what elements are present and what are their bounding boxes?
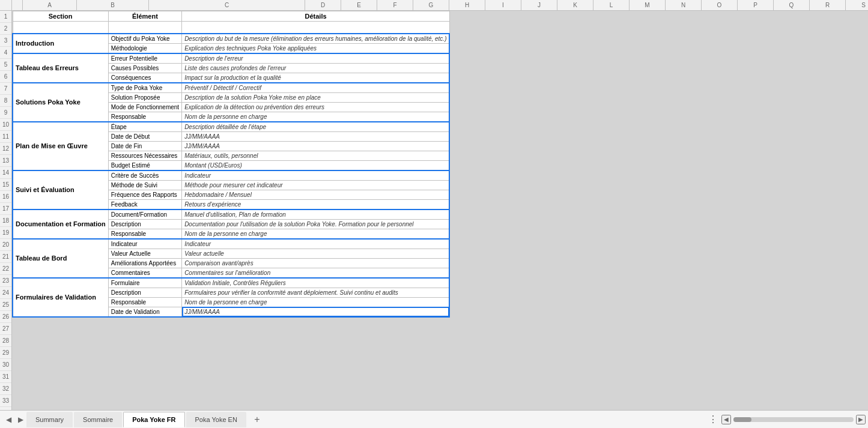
section-cell-1[interactable]: Tableau des Erreurs bbox=[13, 53, 108, 83]
detail-cell[interactable]: Description détaillée de l'étape bbox=[182, 122, 450, 132]
detail-cell[interactable]: Montant (USD/Euros) bbox=[182, 160, 450, 170]
detail-cell[interactable]: JJ/MM/AAAA bbox=[182, 131, 450, 141]
detail-cell[interactable]: Explication de la détection ou préventio… bbox=[182, 102, 450, 112]
tab-poka-yoke-en[interactable]: Poka Yoke EN bbox=[186, 412, 246, 427]
section-cell-3[interactable]: Plan de Mise en Œuvre bbox=[13, 122, 108, 170]
detail-cell[interactable]: Hebdomadaire / Mensuel bbox=[182, 190, 450, 199]
tab-nav-next[interactable]: ▶ bbox=[14, 414, 26, 426]
sheet-options-button[interactable]: ⋮ bbox=[705, 412, 721, 427]
col-header-O: O bbox=[702, 0, 738, 10]
row-number-29: 29 bbox=[0, 347, 11, 359]
element-cell[interactable]: Étape bbox=[108, 122, 181, 132]
detail-cell[interactable]: Préventif / Détectif / Correctif bbox=[182, 83, 450, 93]
section-cell-5[interactable]: Documentation et Formation bbox=[13, 209, 108, 239]
tabs-bar: ◀ ▶ SummarySommairePoka Yoke FRPoka Yoke… bbox=[0, 410, 868, 428]
detail-cell[interactable]: Description de l'erreur bbox=[182, 53, 450, 64]
element-cell[interactable]: Valeur Actuelle bbox=[108, 249, 181, 258]
section-cell-0[interactable]: Introduction bbox=[13, 34, 108, 53]
element-cell[interactable]: Causes Possibles bbox=[108, 63, 181, 73]
detail-cell[interactable]: Liste des causes profondes de l'erreur bbox=[182, 63, 450, 73]
tab-sommaire[interactable]: Sommaire bbox=[74, 412, 122, 427]
element-cell[interactable]: Responsable bbox=[108, 112, 181, 122]
detail-cell[interactable]: JJ/MM/AAAA bbox=[182, 141, 450, 151]
detail-cell[interactable]: Description du but de la mesure (élimina… bbox=[182, 34, 450, 44]
detail-cell[interactable]: Méthode pour mesurer cet indicateur bbox=[182, 180, 450, 190]
element-cell[interactable]: Description bbox=[108, 219, 181, 229]
element-cell[interactable]: Critère de Succès bbox=[108, 170, 181, 181]
detail-cell[interactable]: Nom de la personne en charge bbox=[182, 112, 450, 122]
detail-cell[interactable]: Commentaires sur l'amélioration bbox=[182, 268, 450, 278]
header-cell-col_a: Section bbox=[13, 11, 108, 22]
col-header-H: H bbox=[449, 0, 485, 10]
section-cell-2[interactable]: Solutions Poka Yoke bbox=[13, 83, 108, 122]
col-header-K: K bbox=[557, 0, 593, 10]
element-cell[interactable]: Responsable bbox=[108, 229, 181, 239]
row-number-31: 31 bbox=[0, 371, 11, 383]
element-cell[interactable]: Objectif du Poka Yoke bbox=[108, 34, 181, 44]
detail-cell[interactable]: Matériaux, outils, personnel bbox=[182, 151, 450, 160]
table-row: Documentation et FormationDocument/Forma… bbox=[13, 209, 449, 220]
col-header-F: F bbox=[377, 0, 413, 10]
element-cell[interactable]: Commentaires bbox=[108, 268, 181, 278]
detail-cell[interactable]: Indicateur bbox=[182, 170, 450, 181]
element-cell[interactable]: Date de Validation bbox=[108, 307, 181, 317]
element-cell[interactable]: Conséquences bbox=[108, 73, 181, 83]
element-cell[interactable]: Ressources Nécessaires bbox=[108, 151, 181, 160]
element-cell[interactable]: Feedback bbox=[108, 199, 181, 209]
detail-cell[interactable]: Explication des techniques Poka Yoke app… bbox=[182, 43, 450, 53]
element-cell[interactable]: Type de Poka Yoke bbox=[108, 83, 181, 93]
element-cell[interactable]: Fréquence des Rapports bbox=[108, 190, 181, 199]
element-cell[interactable]: Formulaire bbox=[108, 278, 181, 288]
detail-cell[interactable]: Documentation pour l'utilisation de la s… bbox=[182, 219, 450, 229]
element-cell[interactable]: Erreur Potentielle bbox=[108, 53, 181, 64]
element-cell[interactable]: Méthodologie bbox=[108, 43, 181, 53]
row-numbers-column: 1234567891011121314151617181920212223242… bbox=[0, 0, 12, 410]
element-cell[interactable]: Document/Formation bbox=[108, 209, 181, 220]
element-cell[interactable]: Mode de Fonctionnement bbox=[108, 102, 181, 112]
element-cell[interactable]: Responsable bbox=[108, 297, 181, 307]
table-row: Suivi et ÉvaluationCritère de SuccèsIndi… bbox=[13, 170, 449, 181]
add-sheet-button[interactable]: + bbox=[250, 412, 264, 427]
detail-cell[interactable]: Manuel d'utilisation, Plan de formation bbox=[182, 209, 450, 220]
header-cell-col_c: Détails bbox=[182, 11, 450, 22]
detail-cell[interactable]: Valeur actuelle bbox=[182, 249, 450, 258]
row-number-4: 4 bbox=[0, 47, 11, 59]
detail-cell[interactable]: Nom de la personne en charge bbox=[182, 229, 450, 239]
table-header-row: SectionÉlémentDétails bbox=[13, 11, 449, 22]
tab-poka-yoke-fr[interactable]: Poka Yoke FR bbox=[123, 412, 184, 427]
table-row: Tableau de BordIndicateurIndicateur bbox=[13, 239, 449, 249]
scroll-left-button[interactable]: ◀ bbox=[721, 415, 731, 424]
element-cell[interactable]: Date de Début bbox=[108, 131, 181, 141]
col-header-B: B bbox=[77, 0, 149, 10]
tab-nav-prev[interactable]: ◀ bbox=[2, 414, 14, 426]
section-cell-7[interactable]: Formulaires de Validation bbox=[13, 278, 108, 317]
row-number-26: 26 bbox=[0, 311, 11, 323]
detail-cell[interactable]: Nom de la personne en charge bbox=[182, 297, 450, 307]
row-number-2: 2 bbox=[0, 23, 11, 35]
row-number-8: 8 bbox=[0, 95, 11, 107]
detail-cell[interactable]: Description de la solution Poka Yoke mis… bbox=[182, 92, 450, 102]
detail-cell[interactable]: Retours d'expérience bbox=[182, 199, 450, 209]
detail-cell[interactable]: Comparaison avant/après bbox=[182, 258, 450, 268]
element-cell[interactable]: Méthode de Suivi bbox=[108, 180, 181, 190]
scroll-right-button[interactable]: ▶ bbox=[856, 415, 866, 424]
detail-cell[interactable]: Indicateur bbox=[182, 239, 450, 249]
element-cell[interactable]: Solution Proposée bbox=[108, 92, 181, 102]
element-cell[interactable]: Date de Fin bbox=[108, 141, 181, 151]
element-cell[interactable]: Description bbox=[108, 288, 181, 297]
detail-cell[interactable]: Formulaires pour vérifier la conformité … bbox=[182, 288, 450, 297]
col-header-E: E bbox=[341, 0, 377, 10]
row-number-19: 19 bbox=[0, 227, 11, 239]
element-cell[interactable]: Budget Estimé bbox=[108, 160, 181, 170]
element-cell[interactable]: Indicateur bbox=[108, 239, 181, 249]
section-cell-4[interactable]: Suivi et Évaluation bbox=[13, 170, 108, 209]
detail-cell[interactable]: Impact sur la production et la qualité bbox=[182, 73, 450, 83]
tab-summary[interactable]: Summary bbox=[26, 412, 73, 427]
row-number-15: 15 bbox=[0, 179, 11, 191]
element-cell[interactable]: Améliorations Apportées bbox=[108, 258, 181, 268]
scroll-track[interactable] bbox=[733, 417, 854, 422]
table-row: Solutions Poka YokeType de Poka YokePrév… bbox=[13, 83, 449, 93]
section-cell-6[interactable]: Tableau de Bord bbox=[13, 239, 108, 278]
detail-cell[interactable]: Validation Initiale, Contrôles Réguliers bbox=[182, 278, 450, 288]
detail-cell[interactable]: JJ/MM/AAAA bbox=[182, 307, 450, 317]
